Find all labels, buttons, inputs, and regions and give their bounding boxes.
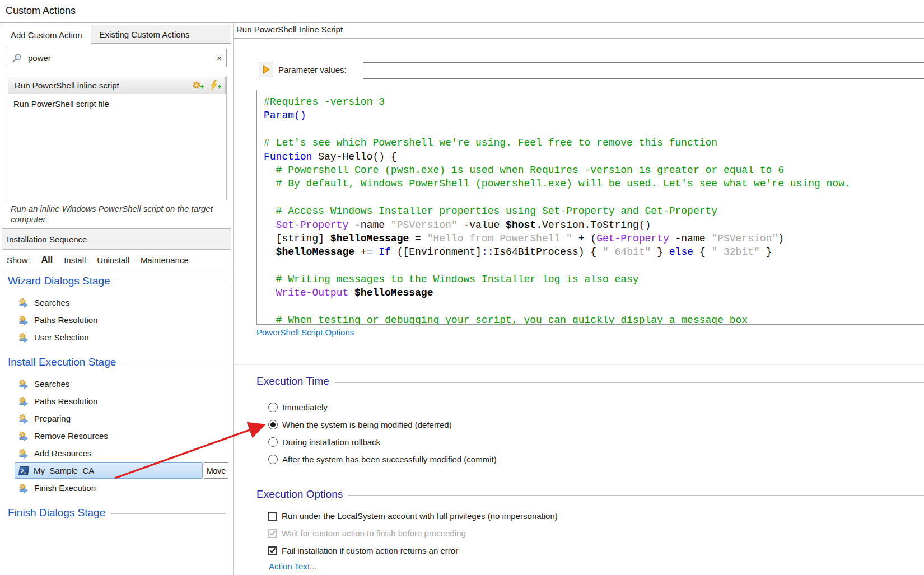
panel-divider (233, 22, 234, 575)
radio-indicator (268, 403, 278, 412)
installation-sequence-panel: Installation Sequence Show: AllInstallUn… (2, 228, 231, 575)
radio-label: During installation rollback (282, 437, 380, 447)
sequence-item-remove-resources[interactable]: Remove Resources (8, 427, 228, 445)
filter-install[interactable]: Install (64, 255, 86, 265)
list-item-label: Run PowerShell script file (13, 99, 223, 109)
code-line: # Let's see which Powershell we're using… (264, 136, 924, 149)
add-custom-action-panel: × Run PowerShell inline scriptRun PowerS… (2, 44, 231, 228)
radio-option-after-the-system-has-been-successfully-modified-commit[interactable]: After the system has been successfully m… (268, 451, 497, 468)
filter-all[interactable]: All (41, 255, 53, 265)
gear-arrow-icon (18, 483, 29, 494)
code-editor[interactable]: #Requires -version 3Param() # Let's see … (256, 90, 924, 325)
sequence-item-label: My_Sample_CA (34, 466, 94, 475)
sequence-item-my-sample-ca: My_Sample_CAMove (15, 462, 228, 479)
code-line: Set-Property -name "PSVersion" -value $h… (264, 218, 924, 232)
stage-heading-install-execution-stage: Install Execution Stage (8, 355, 228, 370)
sequence-item-label: Searches (34, 298, 69, 307)
move-button[interactable]: Move (204, 462, 228, 479)
search-input[interactable] (27, 53, 212, 63)
section-divider (234, 364, 924, 365)
gear-arrow-icon (18, 448, 29, 459)
gear-arrow-icon (18, 431, 29, 442)
sequence-item-label: Finish Execution (34, 483, 96, 493)
play-icon (263, 65, 270, 74)
filter-uninstall[interactable]: Uninstall (97, 255, 129, 265)
sequence-item-paths-resolution[interactable]: Paths Resolution (8, 311, 228, 329)
checkbox-indicator (268, 512, 277, 521)
show-label: Show: (7, 255, 30, 265)
sequence-item-label: Preparing (34, 414, 71, 423)
installation-sequence-header: Installation Sequence (2, 229, 231, 250)
sequence-item-label: Searches (34, 379, 69, 389)
sequence-item-label: Paths Resolution (34, 396, 97, 406)
code-line: Write-Output $helloMessage (264, 286, 924, 300)
sequence-item-label: User Selection (34, 333, 89, 342)
powershell-script-options-link[interactable]: PowerShell Script Options (256, 328, 354, 337)
search-box: × (7, 49, 227, 67)
tab-existing-custom-actions[interactable]: Existing Custom Actions (91, 25, 198, 43)
sequence-item-selected[interactable]: My_Sample_CA (15, 462, 203, 479)
checkbox-option-wait-for-custom-action-to-finish-before-proceeding: Wait for custom action to finish before … (268, 525, 558, 542)
code-line: # When testing or debugging your script,… (264, 314, 924, 325)
radio-indicator (268, 420, 278, 429)
run-script-button[interactable] (259, 62, 273, 77)
code-line: $helloMessage += If ([Environment]::Is64… (264, 245, 924, 259)
checkbox-indicator (268, 546, 277, 555)
execution-time-heading: Execution Time (256, 375, 924, 387)
checkbox-indicator (268, 529, 277, 538)
action-description: Run an inline Windows PowerShell script … (11, 204, 222, 225)
list-item-run-powershell-script-file[interactable]: Run PowerShell script file (7, 95, 226, 113)
stage-heading-wizard-dialogs-stage: Wizard Dialogs Stage (8, 274, 228, 288)
list-item-label: Run PowerShell inline script (15, 81, 192, 90)
show-filter-row: Show: AllInstallUninstallMaintenance (2, 250, 231, 270)
radio-label: Immediately (282, 403, 328, 412)
code-line (264, 300, 924, 314)
checkbox-option-fail-installation-if-custom-action-returns-an-error[interactable]: Fail installation if custom action retur… (268, 542, 558, 559)
action-list: Run PowerShell inline scriptRun PowerShe… (7, 76, 227, 200)
checkbox-label: Wait for custom action to finish before … (282, 529, 466, 538)
code-line (264, 123, 924, 136)
parameter-values-input[interactable] (363, 62, 924, 79)
installation-sequence-title: Installation Sequence (7, 235, 87, 244)
main-title-divider (234, 38, 924, 39)
checkbox-label: Run under the LocalSystem account with f… (282, 511, 558, 521)
stage-finish-dialogs-stage: Finish Dialogs Stage (8, 506, 228, 520)
radio-label: When the system is being modified (defer… (282, 420, 452, 429)
gear-arrow-icon (18, 413, 29, 424)
filter-maintenance[interactable]: Maintenance (141, 255, 189, 265)
radio-indicator (268, 455, 278, 464)
action-text-link[interactable]: Action Text... (269, 562, 317, 571)
code-line: Function Say-Hello() { (264, 150, 924, 163)
sequence-item-paths-resolution[interactable]: Paths Resolution (8, 392, 228, 410)
stage-wizard-dialogs-stage: Wizard Dialogs StageSearchesPaths Resolu… (8, 274, 228, 346)
code-line: [string] $helloMessage = "Hello from Pow… (264, 232, 924, 245)
sequence-item-user-selection[interactable]: User Selection (8, 329, 228, 346)
title-divider (0, 22, 924, 23)
search-clear-icon[interactable]: × (217, 54, 222, 62)
sequence-item-add-resources[interactable]: Add Resources (8, 445, 228, 462)
code-line: Param() (264, 109, 924, 122)
stage-heading-finish-dialogs-stage: Finish Dialogs Stage (8, 506, 228, 520)
list-item-run-powershell-inline-script[interactable]: Run PowerShell inline script (8, 77, 226, 94)
checkbox-label: Fail installation if custom action retur… (282, 546, 458, 555)
tab-strip: Add Custom ActionExisting Custom Actions (2, 25, 231, 44)
sequence-item-searches[interactable]: Searches (8, 294, 228, 311)
radio-option-immediately[interactable]: Immediately (268, 399, 497, 416)
code-line: # Access Windows Installer properties us… (264, 204, 924, 218)
powershell-icon (18, 466, 29, 475)
sequence-item-searches[interactable]: Searches (8, 375, 228, 392)
checkbox-option-run-under-the-localsystem-account-with-full-privileges-no-impersonation[interactable]: Run under the LocalSystem account with f… (268, 507, 558, 525)
radio-option-during-installation-rollback[interactable]: During installation rollback (268, 433, 497, 451)
gear-arrow-icon (18, 332, 29, 343)
execution-time-options: ImmediatelyWhen the system is being modi… (268, 399, 497, 468)
tab-add-custom-action[interactable]: Add Custom Action (2, 25, 91, 45)
sequence-item-finish-execution[interactable]: Finish Execution (8, 479, 228, 497)
code-line: # Writing messages to the Windows Instal… (264, 273, 924, 286)
sequence-item-preparing[interactable]: Preparing (8, 410, 228, 427)
radio-option-when-the-system-is-being-modified-deferred[interactable]: When the system is being modified (defer… (268, 416, 497, 433)
stage-install-execution-stage: Install Execution StageSearchesPaths Res… (8, 355, 228, 497)
sequence-item-label: Paths Resolution (34, 315, 97, 325)
code-line (264, 191, 924, 204)
add-quick-custom-action-icon[interactable] (209, 80, 222, 91)
add-custom-action-icon[interactable] (192, 80, 205, 91)
